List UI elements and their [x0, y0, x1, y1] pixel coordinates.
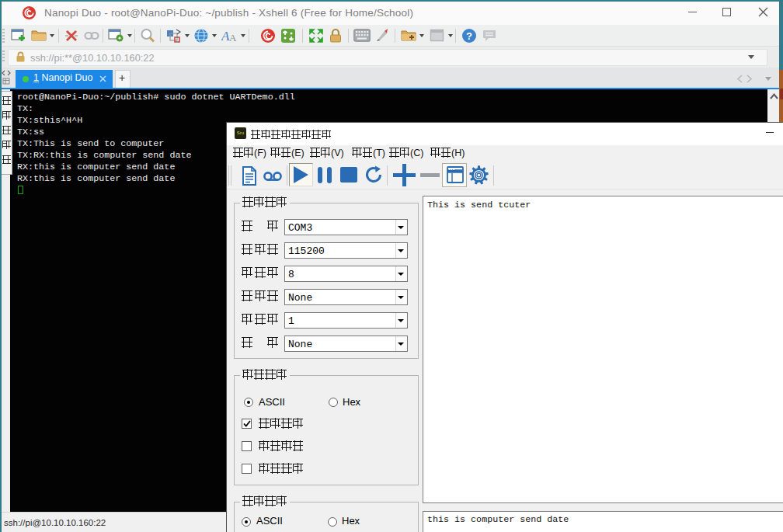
svg-text:A: A	[229, 32, 237, 43]
svg-text:?: ?	[466, 30, 472, 42]
